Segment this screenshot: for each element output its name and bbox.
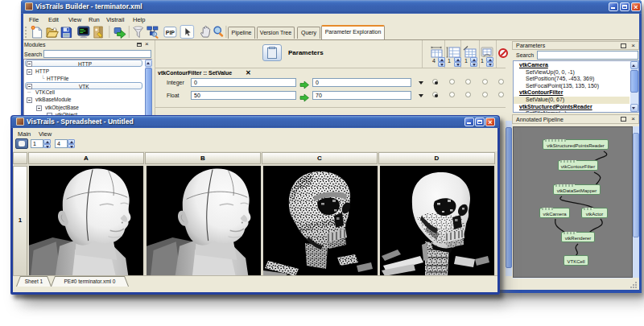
svg-text:PIP: PIP bbox=[166, 30, 175, 35]
